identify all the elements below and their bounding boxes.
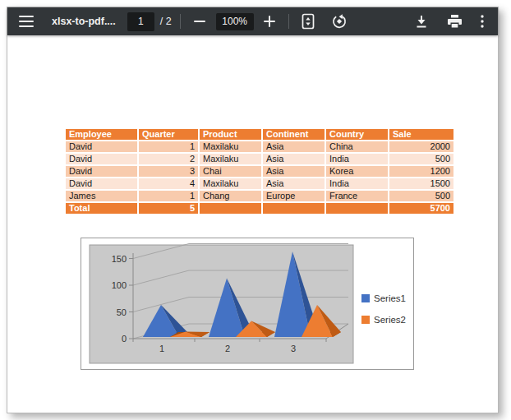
rotate-icon [332,14,347,29]
table-cell: 1200 [389,165,454,178]
y-tick-label: 50 [117,307,127,317]
pyramid-chart: 050100150123Series1Series2 [81,238,412,367]
fit-page-icon [302,13,315,30]
table-cell: Europe [262,190,325,202]
sales-table: EmployeeQuarterProductContinentCountrySa… [64,127,455,215]
download-icon [415,15,428,29]
y-tick-label: 0 [122,334,127,344]
table-cell: India [325,178,389,190]
legend-label: Series2 [374,315,406,325]
header-cell: Product [199,128,262,141]
y-tick-label: 150 [112,254,127,264]
x-tick-label: 3 [291,344,296,353]
header-cell: Employee [65,128,138,141]
table-cell: Maxilaku [199,153,262,165]
pdf-viewer-window: xlsx-to-pdf.... / 2 100% [7,7,499,413]
zoom-in-button[interactable] [259,11,280,32]
table-cell: Asia [262,178,325,190]
header-cell: Sale [389,128,454,141]
table-cell: David [65,165,138,178]
pdf-toolbar: xlsx-to-pdf.... / 2 100% [7,7,498,35]
table-cell: David [65,141,138,153]
table-cell: Chang [199,190,262,202]
table-row: James1ChangEuropeFrance500 [65,190,454,202]
table-cell: Chai [199,165,262,178]
more-vert-icon [481,15,484,28]
table-body: David1MaxilakuAsiaChina2000David2Maxilak… [65,141,454,215]
table-cell: 500 [389,190,454,202]
menu-button[interactable] [16,11,37,32]
table-cell: Asia [262,153,325,165]
more-options-button[interactable] [472,11,493,32]
table-cell: 1 [138,190,199,202]
header-cell: Continent [262,128,325,141]
chart-container: 050100150123Series1Series2 [81,238,414,370]
table-cell: 3 [138,165,199,178]
legend-label: Series1 [374,293,406,303]
y-tick-label: 100 [112,280,127,290]
table-cell: 1500 [389,178,454,190]
zoom-out-icon [194,16,205,27]
print-icon [448,15,462,28]
table-cell: 500 [389,153,454,165]
table-cell: Asia [262,141,325,153]
x-tick-label: 1 [159,344,164,353]
table-cell: Korea [325,165,389,178]
table-row: David1MaxilakuAsiaChina2000 [65,141,454,153]
table-header: EmployeeQuarterProductContinentCountrySa… [65,128,454,141]
table-cell: James [65,190,138,202]
page-number-input[interactable] [127,12,154,31]
table-row: David2MaxilakuAsiaIndia500 [65,153,454,165]
table-cell [325,202,389,215]
table-cell: Asia [262,165,325,178]
toolbar-divider [288,14,289,29]
zoom-level-field[interactable]: 100% [216,13,254,30]
menu-icon [19,16,34,27]
table-cell: David [65,153,138,165]
table-cell: 1 [138,141,199,153]
table-cell: France [325,190,389,202]
legend-swatch [361,294,370,302]
legend-swatch [361,316,370,324]
table-cell: Total [65,202,138,215]
zoom-out-button[interactable] [189,11,210,32]
table-cell [199,202,262,215]
zoom-in-icon [264,16,275,27]
table-cell: 5700 [389,202,454,215]
print-button[interactable] [444,11,465,32]
pdf-page: EmployeeQuarterProductContinentCountrySa… [7,35,498,413]
download-button[interactable] [411,11,432,32]
fit-page-button[interactable] [297,11,319,32]
toolbar-divider [180,14,181,29]
document-title: xlsx-to-pdf.... [52,16,116,27]
table-cell [262,202,325,215]
rotate-button[interactable] [329,11,350,32]
table-cell: 4 [138,178,199,190]
table-row: David4MaxilakuAsiaIndia1500 [65,178,454,190]
table-header-row: EmployeeQuarterProductContinentCountrySa… [65,128,454,141]
x-tick-label: 2 [225,344,230,353]
table-cell: Maxilaku [199,178,262,190]
table-cell: 5 [138,202,199,215]
table-cell: David [65,178,138,190]
header-cell: Country [325,128,389,141]
header-cell: Quarter [138,128,199,141]
table-cell: Maxilaku [199,141,262,153]
table-cell: China [325,141,389,153]
page-count-label: / 2 [160,16,172,27]
table-cell: 2000 [389,141,454,153]
table-total-row: Total55700 [65,202,454,215]
table-row: David3ChaiAsiaKorea1200 [65,165,454,178]
table-cell: 2 [138,153,199,165]
table-cell: India [325,153,389,165]
